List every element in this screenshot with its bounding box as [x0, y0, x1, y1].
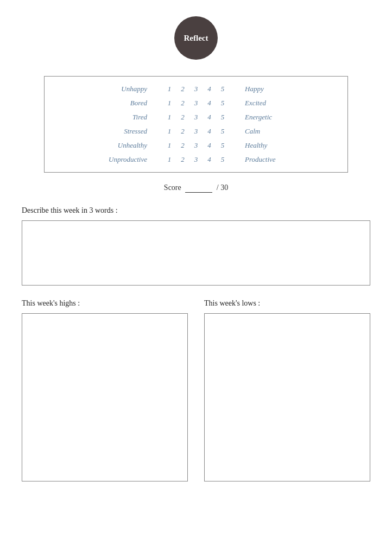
rating-number: 3 — [194, 99, 198, 107]
rating-number: 4 — [207, 127, 211, 136]
rating-number: 2 — [181, 85, 185, 93]
rating-number: 3 — [194, 113, 198, 122]
score-line: Score / 30 — [22, 183, 370, 193]
rating-row: Unhealthy12345Healthy — [50, 141, 342, 150]
right-label: Calm — [239, 127, 305, 136]
rating-numbers: 12345 — [153, 113, 239, 122]
rating-table: Unhappy12345HappyBored12345ExcitedTired1… — [44, 76, 348, 173]
left-label: Unhealthy — [87, 141, 153, 150]
rating-number: 1 — [168, 85, 172, 93]
rating-number: 3 — [194, 85, 198, 93]
rating-row: Unhappy12345Happy — [50, 85, 342, 93]
highs-input[interactable] — [22, 313, 188, 481]
score-total: 30 — [220, 183, 228, 192]
rating-number: 1 — [168, 99, 172, 107]
lows-input[interactable] — [204, 313, 370, 481]
left-label: Stressed — [87, 127, 153, 136]
rating-row: Tired12345Energetic — [50, 113, 342, 122]
rating-number: 1 — [168, 127, 172, 136]
rating-number: 5 — [221, 85, 225, 93]
rating-number: 4 — [207, 99, 211, 107]
describe-input[interactable] — [22, 220, 370, 286]
rating-numbers: 12345 — [153, 85, 239, 93]
rating-number: 3 — [194, 127, 198, 136]
rating-number: 2 — [181, 141, 185, 150]
rating-row: Stressed12345Calm — [50, 127, 342, 136]
right-label: Productive — [239, 155, 305, 164]
rating-number: 2 — [181, 99, 185, 107]
rating-number: 2 — [181, 113, 185, 122]
right-label: Energetic — [239, 113, 305, 122]
page: Reflect Unhappy12345HappyBored12345Excit… — [0, 0, 392, 545]
rating-number: 5 — [221, 155, 225, 164]
rating-number: 2 — [181, 127, 185, 136]
left-label: Unproductive — [87, 155, 153, 164]
left-label: Bored — [87, 99, 153, 107]
right-label: Excited — [239, 99, 305, 107]
right-label: Healthy — [239, 141, 305, 150]
reflect-logo: Reflect — [174, 16, 218, 60]
lows-section: This week's lows : — [204, 299, 370, 495]
highs-label: This week's highs : — [22, 299, 188, 308]
rating-numbers: 12345 — [153, 99, 239, 107]
left-label: Unhappy — [87, 85, 153, 93]
two-column-section: This week's highs : This week's lows : — [22, 299, 370, 495]
rating-number: 3 — [194, 155, 198, 164]
describe-label: Describe this week in 3 words : — [22, 206, 370, 215]
lows-label: This week's lows : — [204, 299, 370, 308]
rating-number: 2 — [181, 155, 185, 164]
rating-number: 5 — [221, 113, 225, 122]
rating-number: 4 — [207, 85, 211, 93]
describe-section: Describe this week in 3 words : — [22, 206, 370, 286]
rating-number: 4 — [207, 113, 211, 122]
rating-number: 5 — [221, 141, 225, 150]
rating-number: 5 — [221, 127, 225, 136]
rating-number: 3 — [194, 141, 198, 150]
header: Reflect — [22, 16, 370, 60]
score-label: Score — [164, 183, 181, 192]
rating-row: Unproductive12345Productive — [50, 155, 342, 164]
rating-number: 1 — [168, 141, 172, 150]
reflect-title: Reflect — [184, 34, 208, 43]
rating-number: 1 — [168, 113, 172, 122]
score-blank — [185, 183, 212, 193]
rating-number: 4 — [207, 155, 211, 164]
left-label: Tired — [87, 113, 153, 122]
rating-number: 5 — [221, 99, 225, 107]
rating-row: Bored12345Excited — [50, 99, 342, 107]
rating-numbers: 12345 — [153, 127, 239, 136]
rating-number: 1 — [168, 155, 172, 164]
rating-number: 4 — [207, 141, 211, 150]
rating-numbers: 12345 — [153, 155, 239, 164]
highs-section: This week's highs : — [22, 299, 188, 495]
right-label: Happy — [239, 85, 305, 93]
rating-numbers: 12345 — [153, 141, 239, 150]
